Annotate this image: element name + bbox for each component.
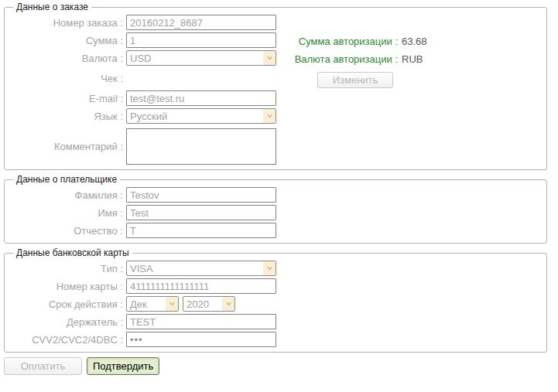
order-number-input[interactable] [126,15,276,30]
card-type-select-value: VISA [127,263,263,274]
expiry-month-value: Дек [127,298,166,310]
last-name-row: Фамилия : [11,187,540,203]
first-name-label: Имя : [11,207,123,219]
comment-label: Комментарий : [11,141,123,152]
order-data-section: Данные о заказе Номер заказа : Сумма : В… [4,2,547,170]
payer-section-legend: Данные о плательщике [13,174,120,185]
holder-label: Держатель : [11,316,123,328]
card-type-label: Тип : [11,263,123,274]
expiry-month-select[interactable]: Дек [126,296,179,312]
language-select[interactable]: Русский [126,108,276,124]
middle-name-row: Отчество : [11,223,540,238]
expiry-year-select[interactable]: 2020 [183,296,235,312]
pay-button[interactable]: Оплатить [4,357,82,375]
auth-currency-row: Валюта авторизации : RUB [288,53,427,65]
first-name-input[interactable] [126,205,276,220]
card-type-select[interactable]: VISA [126,261,276,276]
amount-row: Сумма : [11,32,540,48]
middle-name-label: Отчество : [11,225,123,237]
expiry-year-value: 2020 [183,298,222,310]
order-number-row: Номер заказа : [11,15,540,30]
card-data-section: Данные банковской карты Тип : VISA Номер… [4,247,547,353]
card-type-row: Тип : VISA [11,261,540,276]
auth-amount-label: Сумма авторизации : [288,36,398,47]
holder-row: Держатель : [11,314,540,329]
middle-name-input[interactable] [126,223,276,238]
change-button[interactable]: Изменить [317,72,393,88]
cvv-row: CVV2/CVC2/4DBC : [11,332,540,347]
chevron-down-icon [222,297,234,311]
authorization-panel: Сумма авторизации : 63.68 Валюта авториз… [288,36,427,88]
language-label: Язык : [11,111,123,122]
expiry-label: Срок действия : [11,298,123,310]
currency-select-value: USD [127,53,263,64]
chevron-down-icon [166,297,178,311]
email-row: E-mail : [11,90,540,106]
language-row: Язык : Русский [11,108,540,124]
email-input[interactable] [126,90,276,106]
payer-data-section: Данные о плательщике Фамилия : Имя : Отч… [4,174,547,244]
card-section-legend: Данные банковской карты [13,247,132,258]
auth-amount-value: 63.68 [402,36,427,47]
card-number-row: Номер карты : [11,278,540,294]
card-number-input[interactable] [126,278,276,294]
receipt-row: Чек : [11,71,540,85]
receipt-label: Чек : [11,73,123,84]
action-buttons: Оплатить Подтвердить [4,357,558,375]
chevron-down-icon [263,261,276,275]
last-name-label: Фамилия : [11,189,123,201]
language-select-value: Русский [127,111,263,122]
cvv-input[interactable] [126,332,276,347]
holder-input[interactable] [126,314,276,329]
chevron-down-icon [263,51,276,65]
chevron-down-icon [263,109,276,123]
first-name-row: Имя : [11,205,540,220]
amount-input[interactable] [126,32,276,48]
comment-row: Комментарий : [11,128,540,165]
amount-label: Сумма : [11,35,123,46]
currency-label: Валюта : [11,53,123,64]
currency-select[interactable]: USD [126,50,276,66]
confirm-button[interactable]: Подтвердить [87,357,159,375]
auth-currency-value: RUB [402,53,423,65]
cvv-label: CVV2/CVC2/4DBC : [11,334,123,346]
auth-amount-row: Сумма авторизации : 63.68 [288,36,427,47]
comment-textarea[interactable] [126,128,276,165]
card-number-label: Номер карты : [11,281,123,292]
email-label: E-mail : [11,93,123,104]
auth-currency-label: Валюта авторизации : [288,53,398,65]
last-name-input[interactable] [126,187,276,203]
expiry-row: Срок действия : Дек 2020 [11,296,540,312]
order-section-legend: Данные о заказе [13,2,91,12]
currency-row: Валюта : USD [11,50,540,66]
order-number-label: Номер заказа : [11,17,123,29]
